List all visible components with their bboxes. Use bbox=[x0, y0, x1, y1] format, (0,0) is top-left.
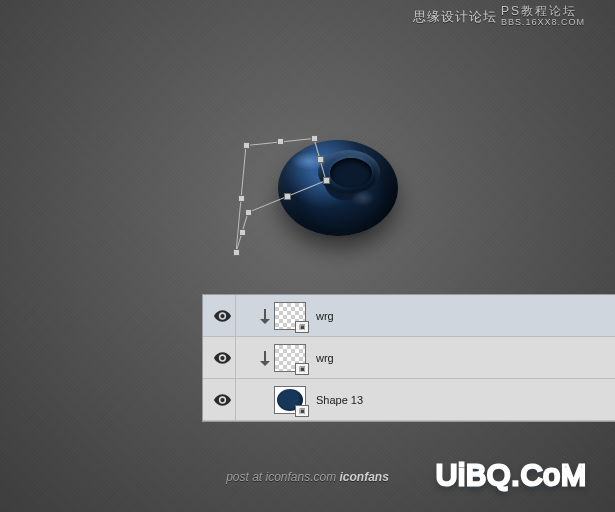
credit-site: iconfans.com bbox=[265, 470, 336, 484]
transform-handle-corner-3[interactable] bbox=[245, 209, 252, 216]
visibility-toggle[interactable] bbox=[209, 379, 236, 420]
credit-brand: iconfans bbox=[336, 470, 389, 484]
layer-row[interactable]: ▣Shape 13 bbox=[203, 379, 615, 421]
layer-thumbnail[interactable]: ▣ bbox=[274, 386, 306, 414]
visibility-eye-icon bbox=[214, 310, 231, 322]
credit-prefix: post at bbox=[226, 470, 265, 484]
visibility-toggle[interactable] bbox=[209, 295, 236, 336]
visibility-toggle[interactable] bbox=[209, 337, 236, 378]
layer-row[interactable]: ▣wrg bbox=[203, 337, 615, 379]
icon-artwork bbox=[274, 134, 400, 236]
layer-name[interactable]: wrg bbox=[316, 310, 334, 322]
layer-name[interactable]: Shape 13 bbox=[316, 394, 363, 406]
clipping-arrow-icon bbox=[258, 307, 272, 325]
canvas-stage: 思缘设计论坛 PS教程论坛 BBS.16XX8.COM ▣wrg▣wrg▣Sha… bbox=[0, 0, 615, 512]
noise-overlay bbox=[0, 0, 615, 512]
transform-edge bbox=[236, 212, 249, 252]
smart-object-badge-icon: ▣ bbox=[295, 321, 309, 333]
clipping-indicator bbox=[256, 301, 274, 331]
layer-thumbnail[interactable]: ▣ bbox=[274, 344, 306, 372]
transform-handle-corner-4[interactable] bbox=[233, 249, 240, 256]
layer-name[interactable]: wrg bbox=[316, 352, 334, 364]
watermark-ps-forum-url: BBS.16XX8.COM bbox=[501, 17, 585, 28]
icon-hole bbox=[330, 158, 372, 188]
clipping-indicator bbox=[256, 385, 274, 415]
watermark-uibq: UiBQ.CoM bbox=[436, 458, 587, 492]
clipping-indicator bbox=[256, 343, 274, 373]
icon-highlight-1 bbox=[284, 148, 334, 174]
smart-object-badge-icon: ▣ bbox=[295, 405, 309, 417]
transform-edge bbox=[236, 145, 247, 252]
watermark-ps-forum: PS教程论坛 BBS.16XX8.COM bbox=[501, 6, 585, 28]
visibility-eye-icon bbox=[214, 352, 231, 364]
transform-handle-mid-4[interactable] bbox=[238, 195, 245, 202]
layer-row[interactable]: ▣wrg bbox=[203, 295, 615, 337]
watermark-ps-forum-label: PS教程论坛 bbox=[501, 6, 585, 17]
visibility-eye-icon bbox=[214, 394, 231, 406]
icon-highlight-2 bbox=[346, 186, 380, 210]
watermark-cn-forum: 思缘设计论坛 bbox=[413, 8, 497, 26]
clipping-arrow-icon bbox=[258, 349, 272, 367]
layer-thumbnail[interactable]: ▣ bbox=[274, 302, 306, 330]
transform-handle-corner-0[interactable] bbox=[243, 142, 250, 149]
transform-handle-mid-3[interactable] bbox=[239, 229, 246, 236]
smart-object-badge-icon: ▣ bbox=[295, 363, 309, 375]
layers-panel: ▣wrg▣wrg▣Shape 13 bbox=[202, 294, 615, 422]
